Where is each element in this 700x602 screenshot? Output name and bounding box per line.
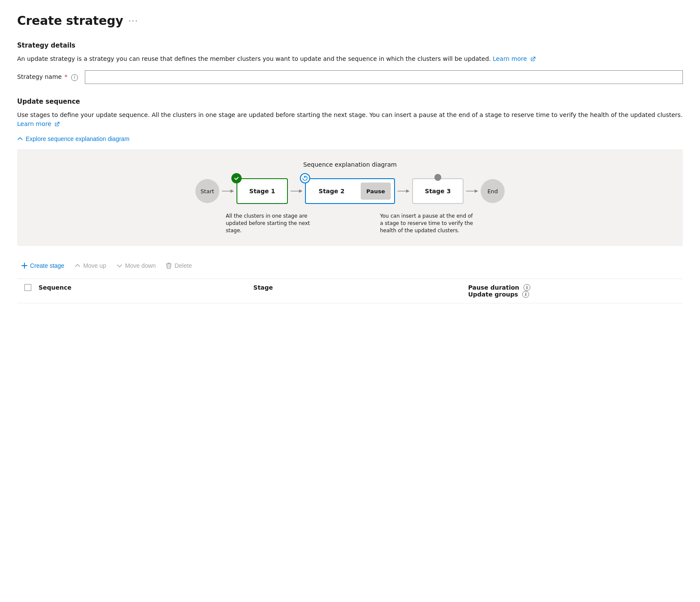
plus-icon [21, 263, 27, 269]
svg-marker-1 [230, 189, 234, 193]
stage2-label: Stage 2 [306, 179, 357, 203]
table-header-checkbox-cell [17, 284, 39, 291]
strategy-name-row: Strategy name * i [17, 70, 683, 84]
diagram-flow: Start Stage 1 [34, 178, 666, 204]
arrow-3 [395, 188, 412, 195]
checkmark-icon [234, 176, 239, 181]
svg-marker-3 [299, 189, 302, 193]
table-select-all-checkbox[interactable] [24, 284, 31, 291]
stage3-wrapper: Stage 3 [412, 178, 464, 204]
diagram-label-2: You can insert a pause at the end of a s… [380, 213, 474, 234]
strategy-name-label: Strategy name * i [17, 73, 78, 81]
external-link-icon [530, 57, 535, 62]
sequence-learn-more-link[interactable]: Learn more [17, 120, 60, 127]
sequence-toolbar: Create stage Move up Move down Delete [17, 260, 683, 279]
stage1-wrapper: Stage 1 [236, 178, 288, 204]
stage3-badge [434, 174, 441, 181]
required-indicator: * [65, 73, 68, 80]
table-header-sequence: Sequence [39, 284, 253, 291]
table-header-update-groups: Update groups i [468, 291, 683, 298]
arrow-1 [219, 188, 236, 195]
external-link-icon-2 [54, 122, 60, 127]
delete-button[interactable]: Delete [162, 260, 196, 272]
svg-marker-5 [406, 189, 410, 193]
end-node: End [481, 179, 505, 203]
chevron-up-icon [17, 136, 23, 142]
arrow-4 [464, 188, 481, 195]
stage2-badge [300, 173, 310, 183]
strategy-learn-more-link[interactable]: Learn more [493, 55, 535, 62]
sequence-diagram-container: Sequence explanation diagram Start [17, 149, 683, 246]
move-up-icon [75, 263, 81, 269]
update-sequence-section: Update sequence Use stages to define you… [17, 98, 683, 303]
table-header-stage: Stage [253, 284, 468, 291]
svg-marker-7 [475, 189, 478, 193]
update-sequence-title: Update sequence [17, 98, 683, 105]
strategy-details-description: An update strategy is a strategy you can… [17, 54, 683, 63]
stage2-wrapper: Stage 2 Pause [305, 178, 395, 204]
update-groups-info-icon[interactable]: i [522, 291, 529, 298]
create-stage-button[interactable]: Create stage [17, 260, 69, 272]
stage1-box: Stage 1 [236, 178, 288, 204]
move-up-button[interactable]: Move up [70, 260, 111, 272]
stage3-box: Stage 3 [412, 178, 464, 204]
delete-icon [166, 262, 172, 269]
strategy-details-title: Strategy details [17, 42, 683, 49]
move-down-button[interactable]: Move down [112, 260, 160, 272]
start-node: Start [195, 179, 219, 203]
page-title: Create strategy [17, 14, 123, 28]
stage2-group: Stage 2 Pause [305, 178, 395, 204]
pause-box: Pause [361, 183, 391, 200]
strategy-name-input[interactable] [85, 70, 683, 84]
update-sequence-description: Use stages to define your update sequenc… [17, 111, 683, 129]
more-options-icon[interactable]: ··· [129, 16, 138, 25]
table-header: Sequence Stage Pause duration i Update g… [17, 279, 683, 303]
pause-duration-info-icon[interactable]: i [524, 284, 530, 291]
refresh-icon [302, 175, 308, 181]
diagram-title: Sequence explanation diagram [34, 161, 666, 168]
move-down-icon [117, 263, 123, 269]
explore-sequence-toggle[interactable]: Explore sequence explanation diagram [17, 135, 129, 142]
strategy-name-info-icon[interactable]: i [71, 74, 78, 81]
table-header-pause-duration: Pause duration i [468, 284, 683, 291]
strategy-details-section: Strategy details An update strategy is a… [17, 42, 683, 84]
diagram-label-1: All the clusters in one stage are update… [226, 213, 311, 234]
arrow-2 [288, 188, 305, 195]
stage1-badge [231, 173, 242, 183]
